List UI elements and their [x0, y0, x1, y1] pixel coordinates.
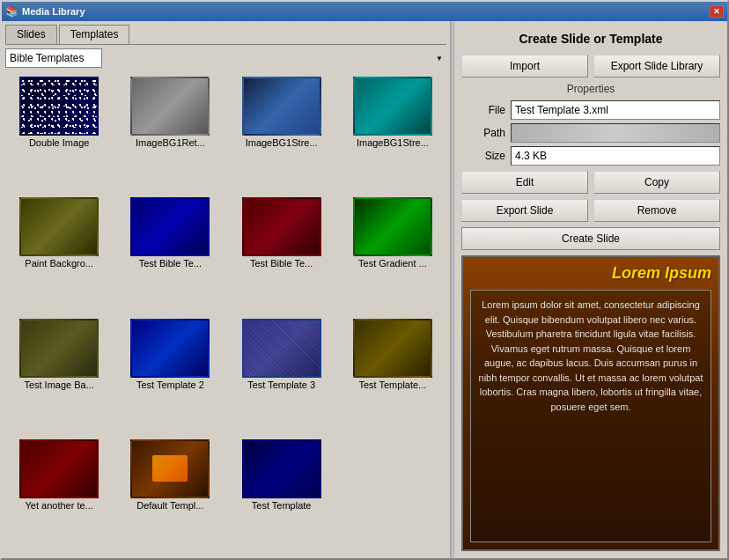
thumb-default-templ	[130, 439, 210, 498]
properties-grid: File Path Size	[461, 100, 720, 166]
list-item[interactable]: Test Gradient ...	[339, 195, 446, 313]
item-label: Yet another te...	[25, 500, 92, 511]
thumb-imagebg1stre2	[353, 77, 432, 136]
panel-title: Create Slide or Template	[461, 28, 720, 49]
item-label: Test Bible Te...	[139, 258, 202, 269]
export-remove-row: Export Slide Remove	[461, 199, 720, 222]
export-library-button[interactable]: Export Slide Library	[593, 55, 720, 77]
import-button[interactable]: Import	[461, 55, 588, 77]
thumb-imagebg1stre1	[242, 77, 321, 136]
close-button[interactable]: ✕	[710, 5, 724, 18]
list-item[interactable]: Test Bible Te...	[116, 195, 224, 313]
thumb-test-image-ba	[19, 319, 99, 378]
thumb-paint-backgro	[19, 197, 99, 256]
list-item[interactable]: Test Template	[228, 438, 335, 555]
item-label: Test Gradient ...	[358, 258, 427, 269]
thumb-test-template-2	[130, 319, 210, 378]
dropdown-row: Bible Templates All Templates Custom Tem…	[2, 45, 450, 71]
thumb-yet-another	[19, 439, 99, 498]
item-label: Test Template 3	[247, 379, 315, 390]
path-input[interactable]	[511, 123, 720, 143]
thumb-test-template	[242, 439, 321, 498]
tab-slides[interactable]: Slides	[5, 25, 57, 44]
thumb-test-template-3	[242, 319, 321, 378]
item-label: Paint Backgro...	[25, 258, 93, 269]
thumb-imagebg1ret	[130, 77, 210, 136]
path-label: Path	[461, 127, 505, 139]
item-label: Test Template	[252, 500, 312, 511]
dropdown-wrapper: Bible Templates All Templates Custom Tem…	[5, 48, 446, 68]
window-title: Media Library	[22, 6, 85, 17]
export-slide-button[interactable]: Export Slide	[461, 199, 588, 222]
tab-templates[interactable]: Templates	[59, 25, 130, 44]
size-label: Size	[461, 150, 505, 162]
list-item[interactable]: Test Image Ba...	[5, 317, 113, 434]
right-panel: Create Slide or Template Import Export S…	[454, 21, 727, 558]
edit-button[interactable]: Edit	[461, 171, 588, 194]
item-label: Default Templ...	[136, 500, 203, 511]
create-slide-button[interactable]: Create Slide	[461, 227, 720, 250]
library-dropdown[interactable]: Bible Templates All Templates Custom Tem…	[5, 48, 102, 68]
title-bar-left: 📚 Media Library	[5, 5, 85, 18]
list-item[interactable]: Test Template 3	[228, 317, 335, 434]
item-label: Test Image Ba...	[24, 379, 93, 390]
window-icon: 📚	[5, 5, 18, 18]
import-export-row: Import Export Slide Library	[461, 55, 720, 77]
title-bar: 📚 Media Library ✕	[2, 2, 727, 21]
list-item[interactable]: ImageBG1Stre...	[228, 75, 335, 192]
size-input[interactable]	[511, 146, 720, 166]
list-item[interactable]: ImageBG1Stre...	[339, 75, 446, 192]
list-item[interactable]: Yet another te...	[5, 438, 113, 555]
properties-label: Properties	[461, 83, 720, 95]
thumb-test-bible-te2	[242, 197, 321, 256]
media-library-window: 📚 Media Library ✕ Slides Templates	[0, 0, 729, 560]
list-item[interactable]: Test Bible Te...	[228, 195, 335, 313]
create-slide-row: Create Slide	[461, 227, 720, 250]
list-item[interactable]: Double Image	[5, 75, 113, 192]
thumb-test-template-dot	[353, 319, 432, 378]
thumb-test-gradient	[353, 197, 432, 256]
list-item[interactable]: Default Templ...	[116, 438, 224, 555]
item-label: ImageBG1Ret...	[136, 137, 205, 148]
item-label: Double Image	[29, 137, 90, 148]
item-label: ImageBG1Stre...	[357, 137, 429, 148]
preview-body-box: Lorem ipsum dolor sit amet, consectetur …	[470, 290, 711, 542]
tab-bar: Slides Templates	[2, 21, 450, 44]
left-panel: Slides Templates Bible Templates All Tem…	[2, 21, 451, 558]
template-grid: Double Image ImageBG1Ret... ImageBG1Stre…	[2, 71, 450, 558]
list-item[interactable]: Paint Backgro...	[5, 195, 113, 313]
file-input[interactable]	[511, 100, 720, 120]
file-label: File	[461, 104, 505, 116]
preview-body-text: Lorem ipsum dolor sit amet, consectetur …	[478, 298, 703, 414]
list-item[interactable]: Test Template 2	[116, 317, 224, 434]
edit-copy-row: Edit Copy	[461, 171, 720, 194]
item-label: Test Template...	[358, 379, 426, 390]
remove-button[interactable]: Remove	[593, 199, 720, 222]
item-label: ImageBG1Stre...	[246, 137, 318, 148]
preview-box: Lorem Ipsum Lorem ipsum dolor sit amet, …	[461, 255, 720, 551]
list-item[interactable]: Test Template...	[339, 317, 446, 434]
item-label: Test Bible Te...	[250, 258, 313, 269]
thumb-double-image	[19, 77, 99, 136]
window-body: Slides Templates Bible Templates All Tem…	[2, 21, 727, 558]
list-item[interactable]: ImageBG1Ret...	[116, 75, 224, 192]
preview-title: Lorem Ipsum	[470, 264, 711, 283]
thumb-test-bible-te1	[130, 197, 210, 256]
item-label: Test Template 2	[136, 379, 204, 390]
copy-button[interactable]: Copy	[593, 171, 720, 194]
